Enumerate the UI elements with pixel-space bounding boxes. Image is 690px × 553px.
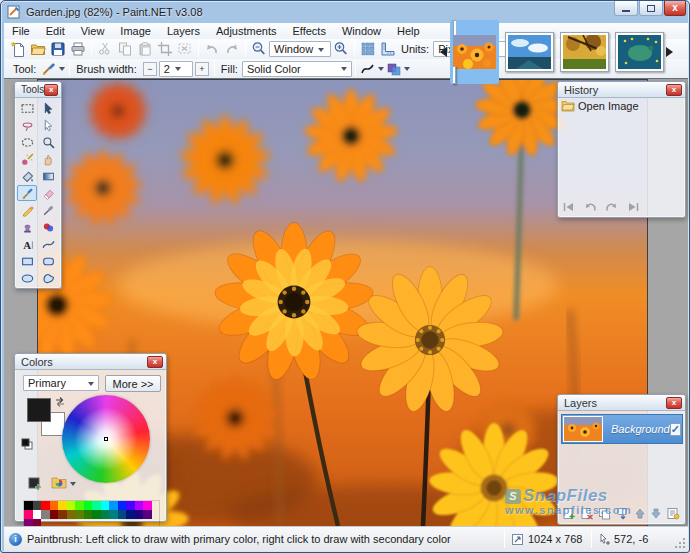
palette-swatch[interactable] bbox=[84, 501, 93, 510]
menu-effects[interactable]: Effects bbox=[285, 24, 334, 38]
history-panel-close-button[interactable]: x bbox=[666, 84, 682, 96]
color-mode-combo[interactable]: Primary bbox=[23, 375, 99, 391]
current-tool-button[interactable] bbox=[40, 60, 66, 78]
layers-panel[interactable]: Layers x Background ✓ bbox=[557, 394, 686, 525]
thumbnail-sky-image[interactable] bbox=[505, 32, 554, 72]
tool-move-selected-pixels[interactable] bbox=[38, 100, 58, 116]
tool-clone-stamp[interactable] bbox=[17, 219, 37, 235]
tool-ellipse-shape[interactable] bbox=[17, 270, 37, 286]
delete-layer-button[interactable] bbox=[580, 507, 594, 520]
save-button[interactable] bbox=[48, 40, 68, 58]
tool-ellipse-select[interactable] bbox=[17, 134, 37, 150]
tool-magic-wand[interactable] bbox=[17, 151, 37, 167]
tool-color-picker[interactable] bbox=[38, 202, 58, 218]
title-bar[interactable]: Garden.jpg (82%) - Paint.NET v3.08 bbox=[1, 1, 689, 23]
tool-pencil[interactable] bbox=[17, 202, 37, 218]
palette-swatch[interactable] bbox=[41, 501, 50, 510]
tool-text[interactable]: A bbox=[17, 236, 37, 252]
palette-swatch[interactable] bbox=[24, 510, 33, 519]
add-color-to-palette-button[interactable] bbox=[27, 476, 43, 492]
duplicate-layer-button[interactable] bbox=[598, 507, 612, 520]
brush-width-combo[interactable]: 2 bbox=[159, 61, 193, 77]
palette-swatch[interactable] bbox=[75, 501, 84, 510]
thumbnail-autumn-image[interactable] bbox=[560, 32, 609, 72]
menu-window[interactable]: Window bbox=[334, 24, 389, 38]
menu-layers[interactable]: Layers bbox=[159, 24, 208, 38]
tool-move-selection[interactable] bbox=[38, 117, 58, 133]
palette-swatch[interactable] bbox=[143, 501, 152, 510]
palette-swatch[interactable] bbox=[24, 501, 33, 510]
palette-swatch[interactable] bbox=[33, 510, 42, 519]
layers-panel-titlebar[interactable]: Layers x bbox=[558, 395, 685, 411]
tool-paintbrush[interactable] bbox=[17, 185, 37, 201]
zoom-level-combo[interactable]: Window bbox=[269, 41, 331, 57]
palette-swatch[interactable] bbox=[92, 501, 101, 510]
tool-recolor[interactable] bbox=[38, 219, 58, 235]
menu-file[interactable]: File bbox=[4, 24, 38, 38]
history-redo-button[interactable] bbox=[605, 201, 619, 213]
palette-swatch[interactable] bbox=[118, 510, 127, 519]
layer-row-background[interactable]: Background ✓ bbox=[561, 414, 683, 444]
history-item-open-image[interactable]: Open Image bbox=[558, 98, 685, 114]
brush-width-increase-button[interactable]: + bbox=[195, 62, 209, 76]
history-panel[interactable]: History x Open Image bbox=[557, 81, 686, 218]
redo-button[interactable] bbox=[222, 40, 242, 58]
tool-lasso-select[interactable] bbox=[17, 117, 37, 133]
palette-swatch[interactable] bbox=[101, 501, 110, 510]
palette-menu-button[interactable] bbox=[51, 475, 76, 491]
tool-line-curve[interactable] bbox=[38, 236, 58, 252]
history-fast-forward-button[interactable] bbox=[627, 201, 640, 213]
blend-mode-button[interactable] bbox=[385, 60, 411, 78]
tools-panel-close-button[interactable]: x bbox=[44, 84, 58, 96]
tool-zoom[interactable] bbox=[38, 134, 58, 150]
resize-grip[interactable] bbox=[674, 537, 686, 549]
tool-gradient[interactable] bbox=[38, 168, 58, 184]
palette-swatch[interactable] bbox=[109, 510, 118, 519]
palette-swatch[interactable] bbox=[92, 510, 101, 519]
layers-panel-close-button[interactable]: x bbox=[666, 397, 682, 409]
menu-help[interactable]: Help bbox=[389, 24, 428, 38]
colors-panel-titlebar[interactable]: Colors x bbox=[15, 354, 166, 370]
thumbnail-scroll-right-button[interactable] bbox=[666, 47, 678, 57]
zoom-out-button[interactable] bbox=[249, 40, 269, 58]
palette-swatch[interactable] bbox=[67, 510, 76, 519]
tools-panel[interactable]: Tools x A bbox=[14, 81, 62, 289]
fill-style-combo[interactable]: Solid Color bbox=[242, 61, 352, 77]
deselect-button[interactable] bbox=[175, 40, 195, 58]
palette-swatch[interactable] bbox=[135, 501, 144, 510]
tool-pan[interactable] bbox=[38, 151, 58, 167]
print-button[interactable] bbox=[68, 40, 88, 58]
grid-toggle-button[interactable] bbox=[358, 40, 378, 58]
thumbnail-scroll-left-button[interactable] bbox=[435, 47, 447, 57]
layer-visible-checkbox[interactable]: ✓ bbox=[670, 423, 681, 436]
palette-swatch[interactable] bbox=[126, 501, 135, 510]
tool-eraser[interactable] bbox=[38, 185, 58, 201]
palette-swatch[interactable] bbox=[118, 501, 127, 510]
zoom-in-button[interactable] bbox=[331, 40, 351, 58]
crop-button[interactable] bbox=[155, 40, 175, 58]
tool-paint-bucket[interactable] bbox=[17, 168, 37, 184]
color-wheel[interactable] bbox=[62, 395, 150, 483]
tools-panel-titlebar[interactable]: Tools x bbox=[15, 82, 61, 98]
move-layer-up-button[interactable] bbox=[634, 507, 646, 520]
paste-button[interactable] bbox=[135, 40, 155, 58]
cut-button[interactable] bbox=[95, 40, 115, 58]
thumbnail-turtle-image[interactable] bbox=[615, 32, 664, 72]
move-layer-down-button[interactable] bbox=[650, 507, 662, 520]
menu-adjustments[interactable]: Adjustments bbox=[208, 24, 285, 38]
minimize-button[interactable] bbox=[614, 1, 638, 16]
palette-swatch[interactable] bbox=[126, 510, 135, 519]
copy-button[interactable] bbox=[115, 40, 135, 58]
history-panel-titlebar[interactable]: History x bbox=[558, 82, 685, 98]
history-undo-button[interactable] bbox=[583, 201, 597, 213]
history-rewind-button[interactable] bbox=[562, 201, 575, 213]
ruler-toggle-button[interactable] bbox=[378, 40, 398, 58]
palette-swatch[interactable] bbox=[50, 501, 59, 510]
brush-width-decrease-button[interactable]: − bbox=[143, 62, 157, 76]
tool-rectangle-select[interactable] bbox=[17, 100, 37, 116]
add-layer-button[interactable] bbox=[562, 507, 576, 520]
tool-rectangle-shape[interactable] bbox=[17, 253, 37, 269]
maximize-button[interactable] bbox=[639, 1, 663, 16]
menu-view[interactable]: View bbox=[73, 24, 113, 38]
antialiasing-button[interactable] bbox=[359, 60, 385, 78]
